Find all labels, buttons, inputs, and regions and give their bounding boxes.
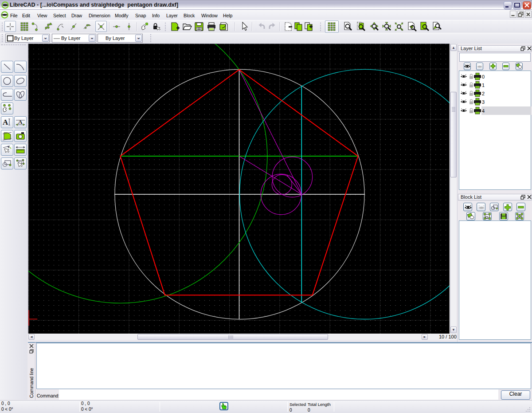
svg-text:1: 1 [482, 82, 485, 87]
svg-text:A: A [3, 118, 8, 126]
svg-text:2: 2 [482, 91, 485, 96]
svg-text:4: 4 [482, 108, 485, 113]
svg-text:3: 3 [482, 99, 485, 105]
svg-text:A: A [18, 118, 23, 125]
svg-text:0: 0 [482, 74, 485, 79]
